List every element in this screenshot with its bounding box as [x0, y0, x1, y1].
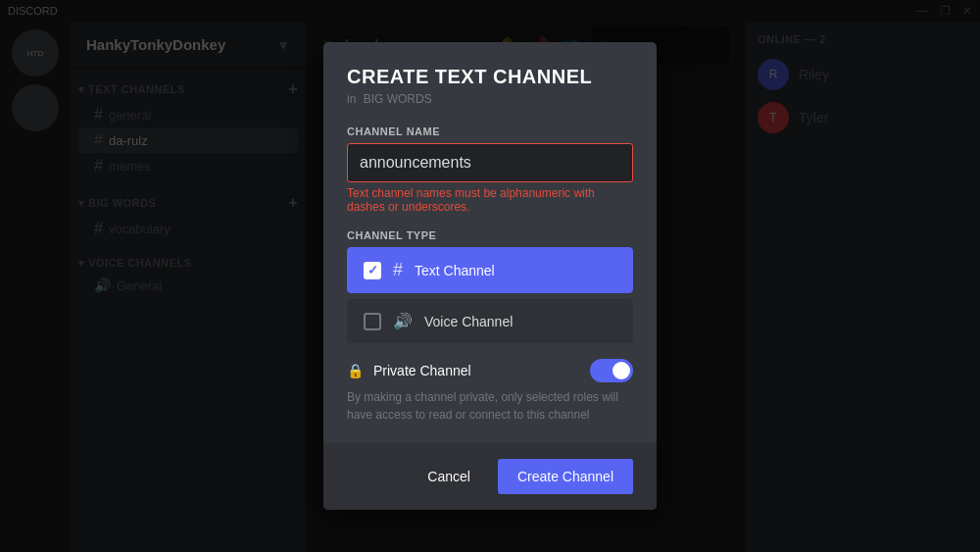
cancel-button[interactable]: Cancel: [412, 461, 486, 492]
channel-name-error: Text channel names must be alphanumeric …: [347, 186, 633, 214]
text-channel-label: Text Channel: [415, 263, 495, 278]
modal-subtitle-category: BIG WORDS: [364, 92, 432, 106]
modal-body: CREATE TEXT CHANNEL in BIG WORDS CHANNEL…: [323, 42, 657, 443]
private-channel-label: Private Channel: [373, 363, 580, 378]
voice-channel-checkbox: [364, 313, 381, 330]
private-channel-row: 🔒 Private Channel: [347, 359, 633, 382]
modal-subtitle-prefix: in: [347, 92, 356, 106]
channel-type-label: CHANNEL TYPE: [347, 229, 633, 241]
modal-title: CREATE TEXT CHANNEL: [347, 66, 633, 88]
private-channel-toggle[interactable]: [590, 359, 633, 382]
create-channel-modal: CREATE TEXT CHANNEL in BIG WORDS CHANNEL…: [323, 42, 657, 510]
text-channel-checkbox: ✓: [364, 262, 381, 279]
channel-name-input[interactable]: [347, 143, 633, 182]
checkmark-icon: ✓: [368, 263, 378, 277]
modal-footer: Cancel Create Channel: [323, 443, 657, 510]
create-channel-button[interactable]: Create Channel: [498, 459, 633, 494]
voice-channel-label: Voice Channel: [424, 314, 513, 329]
channel-name-label: CHANNEL NAME: [347, 125, 633, 137]
text-channel-hash-icon: #: [393, 260, 403, 280]
channel-type-section: ✓ # Text Channel 🔊 Voice Channel: [347, 247, 633, 343]
lock-icon: 🔒: [347, 363, 364, 378]
toggle-knob: [612, 362, 630, 379]
voice-channel-option[interactable]: 🔊 Voice Channel: [347, 299, 633, 343]
private-channel-desc: By making a channel private, only select…: [347, 388, 633, 424]
modal-subtitle: in BIG WORDS: [347, 92, 633, 106]
modal-overlay: CREATE TEXT CHANNEL in BIG WORDS CHANNEL…: [0, 0, 980, 552]
text-channel-option[interactable]: ✓ # Text Channel: [347, 247, 633, 293]
voice-channel-speaker-icon: 🔊: [393, 312, 413, 330]
